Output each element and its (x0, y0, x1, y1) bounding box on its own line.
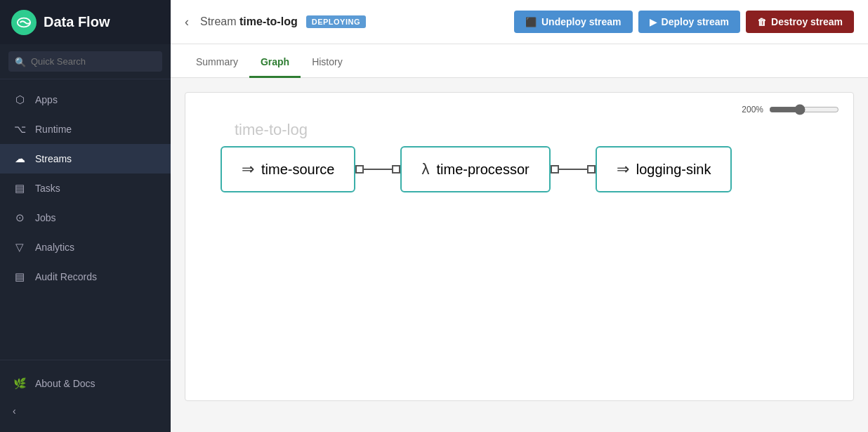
search-area: 🔍 (0, 44, 171, 79)
logo-area: Data Flow (0, 0, 171, 44)
connector-2 (551, 165, 596, 174)
sidebar-item-audit[interactable]: ▤ Audit Records (0, 262, 171, 292)
sidebar-item-jobs[interactable]: ⊙ Jobs (0, 203, 171, 233)
undeploy-icon: ⬛ (525, 17, 537, 27)
search-input[interactable] (8, 51, 162, 72)
node-time-processor[interactable]: λ time-processor (400, 146, 550, 192)
sidebar-item-label-jobs: Jobs (35, 212, 56, 223)
tab-bar: Summary Graph History (171, 44, 868, 78)
svg-point-0 (18, 18, 30, 27)
app-title: Data Flow (44, 14, 110, 30)
status-badge: DEPLOYING (306, 15, 366, 28)
connector-box-in-3 (587, 165, 596, 174)
tab-history[interactable]: History (301, 48, 354, 78)
processor-icon: λ (421, 160, 429, 178)
sink-icon: ⇒ (617, 160, 629, 178)
sidebar-item-label-runtime: Runtime (35, 124, 72, 135)
sidebar-item-analytics[interactable]: ▽ Analytics (0, 233, 171, 262)
connector-line-1 (364, 169, 392, 170)
sidebar-footer: 🌿 About & Docs ‹ (0, 360, 171, 432)
sidebar-collapse-btn[interactable]: ‹ (0, 398, 171, 424)
audit-icon: ▤ (13, 270, 27, 283)
canvas-area: 200% time-to-log ⇒ time-source λ (171, 78, 868, 432)
tab-graph[interactable]: Graph (249, 48, 301, 78)
sidebar-item-label-audit: Audit Records (35, 271, 97, 282)
sidebar-item-label-apps: Apps (35, 94, 58, 105)
destroy-button[interactable]: 🗑 Destroy stream (746, 11, 854, 33)
back-button[interactable]: ‹ (185, 15, 189, 30)
processor-label: time-processor (436, 162, 529, 178)
destroy-icon: 🗑 (757, 17, 766, 27)
streams-icon: ☁ (13, 152, 27, 165)
sidebar-item-streams[interactable]: ☁ Streams (0, 144, 171, 174)
jobs-icon: ⊙ (13, 211, 27, 224)
sidebar: Data Flow 🔍 ⬡ Apps ⌥ Runtime ☁ Streams ▤… (0, 0, 171, 432)
sidebar-item-label-tasks: Tasks (35, 183, 60, 194)
connector-box-in-2 (392, 165, 400, 174)
header-actions: ⬛ Undeploy stream ▶ Deploy stream 🗑 Dest… (514, 11, 854, 33)
source-icon: ⇒ (242, 160, 254, 178)
connector-line-2 (559, 169, 587, 170)
stream-name: time-to-log (239, 15, 298, 27)
sidebar-item-label-streams: Streams (35, 153, 72, 164)
apps-icon: ⬡ (13, 93, 27, 106)
tab-summary[interactable]: Summary (185, 48, 249, 78)
tasks-icon: ▤ (13, 182, 27, 195)
connector-1 (355, 165, 400, 174)
sidebar-item-runtime[interactable]: ⌥ Runtime (0, 114, 171, 144)
about-icon: 🌿 (13, 377, 27, 390)
zoom-label: 200% (742, 105, 763, 114)
node-logging-sink[interactable]: ⇒ logging-sink (596, 146, 732, 192)
zoom-slider[interactable] (769, 104, 839, 115)
about-docs-item[interactable]: 🌿 About & Docs (0, 369, 171, 398)
search-icon: 🔍 (15, 56, 26, 67)
header-left: ‹ Stream time-to-log DEPLOYING (185, 15, 366, 30)
zoom-control: 200% (742, 104, 839, 115)
main-content: ‹ Stream time-to-log DEPLOYING ⬛ Undeplo… (171, 0, 868, 432)
collapse-icon: ‹ (13, 405, 16, 417)
stream-prefix: Stream time-to-log (200, 15, 298, 28)
graph-container: 200% time-to-log ⇒ time-source λ (185, 92, 854, 401)
sidebar-item-tasks[interactable]: ▤ Tasks (0, 174, 171, 203)
deploy-button[interactable]: ▶ Deploy stream (638, 11, 740, 33)
sidebar-item-label-analytics: Analytics (35, 242, 74, 253)
stream-diagram-title: time-to-log (235, 121, 839, 139)
runtime-icon: ⌥ (13, 123, 27, 136)
about-docs-label: About & Docs (35, 378, 96, 389)
node-time-source[interactable]: ⇒ time-source (221, 146, 355, 192)
deploy-icon: ▶ (650, 17, 657, 27)
sink-label: logging-sink (636, 162, 711, 178)
analytics-icon: ▽ (13, 241, 27, 254)
connector-box-out-2 (551, 165, 559, 174)
nav-menu: ⬡ Apps ⌥ Runtime ☁ Streams ▤ Tasks ⊙ Job… (0, 79, 171, 360)
source-label: time-source (261, 162, 334, 178)
sidebar-item-apps[interactable]: ⬡ Apps (0, 85, 171, 114)
undeploy-button[interactable]: ⬛ Undeploy stream (514, 11, 633, 33)
flow-diagram: ⇒ time-source λ time-processor (221, 146, 818, 192)
page-header: ‹ Stream time-to-log DEPLOYING ⬛ Undeplo… (171, 0, 868, 44)
logo-icon (11, 10, 37, 35)
connector-box-out-1 (355, 165, 364, 174)
